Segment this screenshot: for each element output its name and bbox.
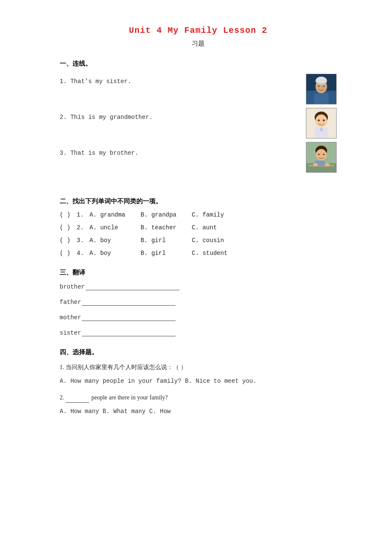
section1: 一、连线。 1. That's my sister. 2. This is my… xyxy=(60,60,337,185)
svg-point-4 xyxy=(316,77,326,84)
section1-heading: 一、连线。 xyxy=(60,60,337,68)
mc-opt-4c: C. student xyxy=(192,250,243,257)
sentences-col: 1. That's my sister. 2. This is my grand… xyxy=(60,74,306,185)
mc-opt-1c: C. family xyxy=(192,211,243,218)
mc-opt-4b: B. girl xyxy=(141,250,192,257)
mc-opt-3a: A. boy xyxy=(89,237,141,244)
svg-point-20 xyxy=(323,154,325,155)
translation-line-1 xyxy=(86,283,179,290)
mc-paren-2: ( ) xyxy=(60,224,77,231)
translation-word-3: mother xyxy=(60,314,81,321)
sentence-1: 1. That's my sister. xyxy=(60,78,306,85)
mc-opt-2a: A. uncle xyxy=(89,224,141,231)
svg-point-5 xyxy=(318,86,320,87)
mc-options-1: A. grandma B. grandpa C. family xyxy=(89,211,243,218)
translation-line-3 xyxy=(82,313,176,321)
translation-word-1: brother xyxy=(60,283,85,290)
mc-paren-1: ( ) xyxy=(60,211,77,218)
mc-opt-1b: B. grandpa xyxy=(141,211,192,218)
translation-item-3: mother xyxy=(60,313,337,321)
mc-paren-3: ( ) xyxy=(60,237,77,244)
mc-options-2: A. uncle B. teacher C. aunt xyxy=(89,224,243,231)
svg-point-19 xyxy=(318,154,320,155)
section4-heading: 四、选择题。 xyxy=(60,348,337,356)
translation-line-4 xyxy=(82,329,176,336)
mc-opt-2b: B. teacher xyxy=(141,224,192,231)
question-1-options: A. How many people in your family? B. Ni… xyxy=(60,376,337,387)
mc-opt-4a: A. boy xyxy=(89,250,141,257)
mc-opt-1a: A. grandma xyxy=(89,211,141,218)
section2: 二、找出下列单词中不同类的一项。 ( ) 1. A. grandma B. gr… xyxy=(60,197,337,257)
mc-paren-4: ( ) xyxy=(60,250,77,257)
q2-prefix: 2. xyxy=(60,394,64,401)
sentence-2: 2. This is my grandmother. xyxy=(60,114,306,121)
svg-point-22 xyxy=(313,163,318,167)
sentence-3: 3. That is my brother. xyxy=(60,150,306,156)
section1-body: 1. That's my sister. 2. This is my grand… xyxy=(60,74,337,185)
svg-rect-7 xyxy=(314,93,329,104)
svg-point-18 xyxy=(316,149,326,161)
photo-brother xyxy=(306,142,337,173)
translation-line-2 xyxy=(82,298,176,306)
svg-point-6 xyxy=(323,86,325,87)
section4: 四、选择题。 1. 当问别人你家里有几个人时应该怎么说：（ ） A. How m… xyxy=(60,348,337,417)
svg-point-12 xyxy=(323,119,325,121)
table-row: ( ) 1. A. grandma B. grandpa C. family xyxy=(60,211,337,218)
section2-heading: 二、找出下列单词中不同类的一项。 xyxy=(60,197,337,205)
translation-item-4: sister xyxy=(60,329,337,336)
question-1-text: 1. 当问别人你家里有几个人时应该怎么说：（ ） xyxy=(60,362,337,373)
question-2-options: A. How many B. What many C. How xyxy=(60,406,337,417)
translation-word-2: father xyxy=(60,299,81,306)
table-row: ( ) 2. A. uncle B. teacher C. aunt xyxy=(60,224,337,231)
q2-suffix: people are there in your family? xyxy=(92,394,168,401)
translation-item-2: father xyxy=(60,298,337,306)
svg-point-11 xyxy=(318,119,320,121)
page-title: Unit 4 My Family Lesson 2 xyxy=(60,26,337,35)
svg-point-23 xyxy=(325,163,330,167)
mc-num-3: 3. xyxy=(77,237,89,244)
mc-opt-3c: C. cousin xyxy=(192,237,243,244)
table-row: ( ) 4. A. boy B. girl C. student xyxy=(60,250,337,257)
images-col xyxy=(306,74,337,176)
photo-grandmother xyxy=(306,74,337,104)
mc-num-4: 4. xyxy=(77,250,89,257)
translation-word-4: sister xyxy=(60,330,81,336)
section3-heading: 三、翻译 xyxy=(60,269,337,277)
question-1: 1. 当问别人你家里有几个人时应该怎么说：（ ） A. How many peo… xyxy=(60,362,337,387)
photo-sister xyxy=(306,108,337,139)
mc-num-1: 1. xyxy=(77,211,89,218)
section3: 三、翻译 brother father mother sister xyxy=(60,269,337,336)
q2-blank xyxy=(66,396,89,403)
mc-options-4: A. boy B. girl C. student xyxy=(89,250,243,257)
table-row: ( ) 3. A. boy B. girl C. cousin xyxy=(60,237,337,244)
question-2: 2. people are there in your family? A. H… xyxy=(60,393,337,417)
mc-opt-3b: B. girl xyxy=(141,237,192,244)
translation-item-1: brother xyxy=(60,283,337,290)
subtitle: 习题 xyxy=(60,40,337,48)
mc-options-3: A. boy B. girl C. cousin xyxy=(89,237,243,244)
question-2-text: 2. people are there in your family? xyxy=(60,393,337,403)
mc-opt-2c: C. aunt xyxy=(192,224,243,231)
mc-num-2: 2. xyxy=(77,224,89,231)
